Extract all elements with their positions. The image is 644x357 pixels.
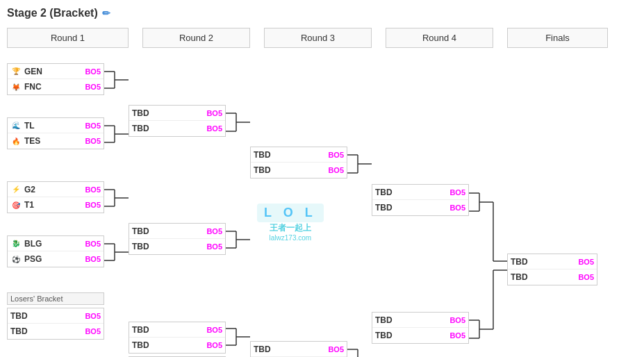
r3-m1-t2-bo: BO5: [328, 166, 344, 174]
finals-slot: TBD BO5 TBD BO5: [507, 254, 597, 285]
bracket-area: 🏆 GEN BO5 🦊 FNC BO5 🌊 TL BO5: [7, 51, 639, 357]
t1-name: T1: [24, 200, 82, 210]
r1-m2-team2: 🔥 TES BO5: [8, 133, 104, 149]
r4-match1: TBD BO5 TBD BO5: [372, 183, 469, 217]
r1-m4-team1: 🐉 BLG BO5: [8, 236, 104, 251]
r2-losers-m1-slot: TBD BO5 TBD BO5: [129, 322, 226, 354]
r2-m2-t1-bo: BO5: [206, 227, 222, 235]
finals-t1-name: TBD: [511, 257, 575, 267]
r2-m2-t2-name: TBD: [132, 242, 204, 251]
losers-r1-m1-t2: TBD BO5: [8, 324, 104, 339]
blg-bo: BO5: [85, 240, 101, 248]
losers-r1-m1-t1: TBD BO5: [8, 308, 104, 324]
r4-match1-slot: TBD BO5 TBD BO5: [372, 184, 469, 216]
r3-match2: TBD BO5 TBD BO5: [250, 340, 347, 357]
r2-losers-m1-t1-bo: BO5: [206, 326, 222, 334]
r2-m1-t1: TBD BO5: [129, 106, 225, 121]
r3-m1-t1-bo: BO5: [328, 151, 344, 159]
round1-header: Round 1: [7, 28, 129, 48]
t1-icon: 🎯: [10, 199, 22, 210]
r2-m2-t1-name: TBD: [132, 226, 204, 236]
r2-losers-m1-t2-bo: BO5: [206, 341, 222, 349]
edit-icon[interactable]: ✏: [102, 8, 110, 19]
r2-match2-slot: TBD BO5 TBD BO5: [129, 223, 226, 255]
r4-m1-t1: TBD BO5: [372, 185, 468, 200]
round3-header: Round 3: [264, 28, 372, 48]
losers-r1-match1: TBD BO5 TBD BO5: [7, 306, 104, 341]
r1-m4-team2: ⚽ PSG BO5: [8, 251, 104, 267]
r3-match2-slot: TBD BO5 TBD BO5: [250, 341, 347, 357]
psg-name: PSG: [24, 254, 82, 264]
finals-t2-bo: BO5: [578, 273, 594, 281]
r2-m2-t2-bo: BO5: [206, 242, 222, 251]
finals-t1-bo: BO5: [578, 258, 594, 266]
fnc-icon: 🦊: [10, 81, 22, 92]
r1-m2-team1: 🌊 TL BO5: [8, 118, 104, 133]
r4-m2-t2: TBD BO5: [372, 328, 468, 343]
watermark: L O L 王者一起上 lalwz173.com: [257, 204, 324, 242]
watermark-url: lalwz173.com: [270, 234, 312, 242]
r3-m1-t2: TBD BO5: [251, 163, 347, 178]
tes-icon: 🔥: [10, 135, 22, 147]
blg-icon: 🐉: [10, 238, 22, 249]
r1-match3: ⚡ G2 BO5 🎯 T1 BO5: [7, 180, 104, 215]
r3-m1-t1: TBD BO5: [251, 147, 347, 163]
r1-match1-slot: 🏆 GEN BO5 🦊 FNC BO5: [7, 63, 104, 95]
r1-match2: 🌊 TL BO5 🔥 TES BO5: [7, 116, 104, 151]
r2-match1: TBD BO5 TBD BO5: [129, 103, 226, 138]
r4-m2-t2-bo: BO5: [449, 331, 465, 340]
r1-match4: 🐉 BLG BO5 ⚽ PSG BO5: [7, 234, 104, 269]
gen-bo: BO5: [85, 67, 101, 76]
r3-m1-t2-name: TBD: [254, 165, 325, 175]
r1-match4-slot: 🐉 BLG BO5 ⚽ PSG BO5: [7, 235, 104, 267]
tl-icon: 🌊: [10, 120, 22, 131]
r2-losers-m1-t1-name: TBD: [132, 325, 204, 335]
g2-name: G2: [24, 185, 82, 194]
r1-m3-team2: 🎯 T1 BO5: [8, 197, 104, 213]
r4-match2: TBD BO5 TBD BO5: [372, 310, 469, 345]
r2-m1-t1-bo: BO5: [206, 109, 222, 117]
r1-match3-slot: ⚡ G2 BO5 🎯 T1 BO5: [7, 181, 104, 213]
r4-m1-t2-bo: BO5: [449, 204, 465, 212]
r4-m1-t2: TBD BO5: [372, 200, 468, 215]
r2-match1-slot: TBD BO5 TBD BO5: [129, 105, 226, 137]
t1-bo: BO5: [85, 201, 101, 209]
blg-name: BLG: [24, 239, 82, 249]
tes-bo: BO5: [85, 137, 101, 145]
r2-m2-t2: TBD BO5: [129, 239, 225, 254]
losers-r1-m1-t1-bo: BO5: [85, 312, 101, 320]
r3-m2-t1-name: TBD: [254, 344, 325, 354]
r1-m1-team2: 🦊 FNC BO5: [8, 79, 104, 94]
finals-t1: TBD BO5: [508, 254, 597, 269]
r4-m1-t1-bo: BO5: [449, 188, 465, 197]
r2-m2-t1: TBD BO5: [129, 224, 225, 239]
g2-bo: BO5: [85, 185, 101, 194]
fnc-name: FNC: [24, 82, 82, 92]
r3-m2-t1: TBD BO5: [251, 342, 347, 357]
losers-bracket-label: Losers' Bracket: [7, 292, 104, 305]
watermark-text: 王者一起上: [270, 222, 311, 234]
losers-r1-m1-t2-bo: BO5: [85, 327, 101, 335]
r2-losers-m1-t2-name: TBD: [132, 340, 204, 350]
r2-match2: TBD BO5 TBD BO5: [129, 222, 226, 256]
r2-losers-m1-t1: TBD BO5: [129, 322, 225, 338]
r1-match1: 🏆 GEN BO5 🦊 FNC BO5: [7, 62, 104, 97]
r2-m1-t1-name: TBD: [132, 108, 204, 118]
g2-icon: ⚡: [10, 184, 22, 195]
page-title: Stage 2 (Bracket) ✏: [7, 7, 637, 19]
r2-losers-m1-t2: TBD BO5: [129, 338, 225, 353]
psg-bo: BO5: [85, 255, 101, 263]
r3-match1-slot: TBD BO5 TBD BO5: [250, 147, 347, 178]
tes-name: TES: [24, 136, 82, 146]
gen-name: GEN: [24, 67, 82, 76]
finals-t2: TBD BO5: [508, 269, 597, 285]
round4-header: Round 4: [386, 28, 493, 48]
r4-m1-t1-name: TBD: [375, 188, 447, 197]
losers-r1-m1-t1-name: TBD: [10, 311, 82, 321]
finals-t2-name: TBD: [511, 272, 575, 282]
tl-name: TL: [24, 121, 82, 131]
r4-m2-t1-name: TBD: [375, 315, 447, 325]
r2-losers-match1: TBD BO5 TBD BO5: [129, 320, 226, 355]
r2-m1-t2-name: TBD: [132, 124, 204, 133]
r2-m1-t2-bo: BO5: [206, 124, 222, 133]
